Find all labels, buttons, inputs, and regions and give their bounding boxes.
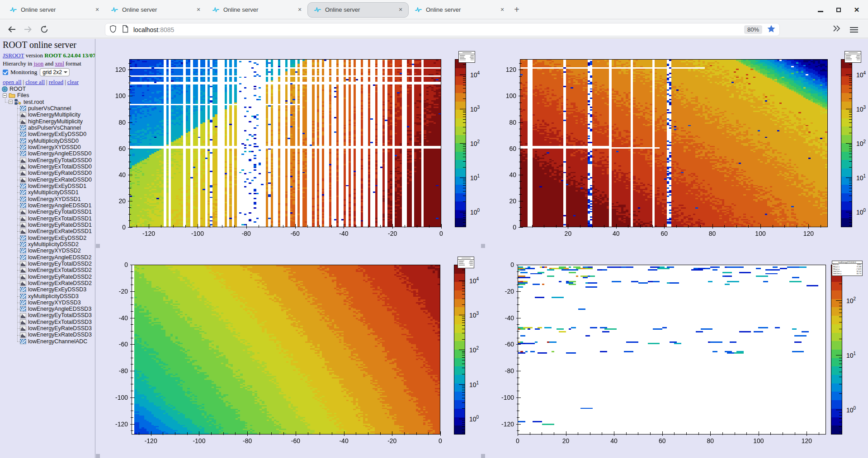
tree-item-files[interactable]: Files: [0, 92, 95, 98]
heatmap-canvas[interactable]: [520, 60, 827, 227]
tree-item-histogram[interactable]: absPulserVsChannel: [0, 125, 95, 131]
heatmap-canvas[interactable]: [130, 60, 441, 227]
tree-item-histogram[interactable]: lowEnergyExEyDSSD1: [0, 183, 95, 189]
tree-item-histogram[interactable]: lowEnergyMultiplicity: [0, 112, 95, 118]
tree-item-histogram[interactable]: lowEnergyExEyDSSD2: [0, 235, 95, 241]
new-tab-button[interactable]: +: [510, 3, 524, 17]
plot-frame[interactable]: [518, 265, 826, 435]
tree-item-root[interactable]: ROOT: [0, 86, 95, 92]
tree-item-histogram[interactable]: lowEnergyExTotalDSSD1: [0, 215, 95, 222]
maximize-icon[interactable]: [833, 4, 844, 16]
extensions-overflow-icon[interactable]: [832, 25, 841, 34]
tree-item-histogram[interactable]: lowEnergyEyRateDSSD1: [0, 222, 95, 228]
tree-item-histogram[interactable]: lowEnergyEyTotalDSSD3: [0, 312, 95, 318]
browser-tab[interactable]: Online server✕: [105, 2, 206, 18]
browser-tab[interactable]: Online server✕: [4, 2, 105, 18]
menu-icon[interactable]: [850, 26, 858, 34]
tree-item-histogram[interactable]: lowEnergyExRateDSSD1: [0, 228, 95, 234]
tree-item-histogram[interactable]: lowEnergyAngleEDSSD2: [0, 254, 95, 261]
collapse-icon[interactable]: [3, 93, 7, 98]
tree-item-histogram[interactable]: xyMultiplicityDSSD1: [0, 189, 95, 196]
th2-icon: [20, 306, 26, 312]
tree-item-histogram[interactable]: lowEnergyXYDSSD2: [0, 248, 95, 254]
jsroot-link[interactable]: JSROOT: [3, 52, 24, 59]
tree-item-histogram[interactable]: lowEnergyExTotalDSSD0: [0, 164, 95, 170]
palette-minor-tick: [462, 368, 465, 368]
tree-item-histogram[interactable]: lowEnergyEyTotalDSSD1: [0, 209, 95, 215]
palette-label-base: 10: [469, 346, 476, 354]
browser-tab[interactable]: Online server✕: [206, 2, 307, 18]
tree-item-histogram[interactable]: xyMultiplicityDSSD2: [0, 241, 95, 248]
tree-item-histogram[interactable]: lowEnergyExRateDSSD0: [0, 177, 95, 183]
grid-resize-handle[interactable]: [96, 244, 100, 248]
tree-item-histogram[interactable]: lowEnergyExRateDSSD2: [0, 280, 95, 286]
stats-box[interactable]: [458, 51, 475, 63]
grid-resize-handle[interactable]: [481, 454, 485, 458]
grid-select[interactable]: grid 2x2: [40, 68, 70, 76]
palette-minor-tick: [839, 418, 842, 419]
tab-close-icon[interactable]: ✕: [93, 7, 101, 13]
tree-item-histogram[interactable]: xyMultiplicityDSSD0: [0, 138, 95, 144]
tree-item-histogram[interactable]: lowEnergyExEyDSSD0: [0, 131, 95, 137]
tree-item-histogram[interactable]: pulserVsChannel: [0, 105, 95, 112]
x-minor-tick: [795, 432, 795, 435]
tree-item-histogram[interactable]: lowEnergyEyRateDSSD2: [0, 274, 95, 280]
tree-item-histogram[interactable]: highEnergyMultiplicity: [0, 118, 95, 125]
back-icon[interactable]: [6, 24, 17, 35]
forward-icon[interactable]: [23, 24, 33, 35]
tree-item-histogram[interactable]: lowEnergyXYDSSD3: [0, 299, 95, 306]
tree-item-histogram[interactable]: lowEnergyExEyDSSD3: [0, 286, 95, 293]
tree-item-histogram[interactable]: lowEnergyAngleEDSSD3: [0, 306, 95, 312]
close-icon[interactable]: ✕: [851, 4, 863, 16]
tree-item-histogram[interactable]: lowEnergyExTotalDSSD2: [0, 267, 95, 273]
reload-icon[interactable]: [39, 24, 50, 35]
tree-item-histogram[interactable]: lowEnergyExRateDSSD3: [0, 332, 95, 338]
xml-link[interactable]: xml: [55, 60, 64, 67]
collapse-icon[interactable]: [9, 100, 13, 104]
json-link[interactable]: json: [34, 60, 44, 67]
plot-frame[interactable]: [132, 265, 440, 435]
tree-item-file[interactable]: test.root: [0, 99, 95, 105]
tab-close-icon[interactable]: ✕: [396, 7, 405, 13]
reload-link[interactable]: reload: [49, 79, 63, 85]
tab-close-icon[interactable]: ✕: [296, 7, 304, 13]
url-text[interactable]: localhost:8085: [133, 26, 744, 33]
tab-close-icon[interactable]: ✕: [498, 7, 506, 13]
tree-item-histogram[interactable]: lowEnergyXYDSSD0: [0, 144, 95, 150]
clear-link[interactable]: clear: [67, 79, 79, 85]
open-all-link[interactable]: open all: [3, 79, 22, 85]
tree-item-histogram[interactable]: lowEnergyChannelADC: [0, 338, 95, 345]
monitoring-checkbox[interactable]: [3, 70, 8, 75]
y-minor-tick: [519, 162, 522, 162]
tree-item-histogram[interactable]: lowEnergyEyRateDSSD0: [0, 170, 95, 176]
tree-item-histogram[interactable]: lowEnergyEyRateDSSD3: [0, 325, 95, 332]
close-all-link[interactable]: close all: [25, 79, 45, 85]
tree-item-histogram[interactable]: lowEnergyAngleEDSSD0: [0, 150, 95, 157]
color-palette-bar[interactable]: [831, 265, 842, 435]
heatmap-canvas[interactable]: [132, 265, 440, 434]
stats-box[interactable]: [458, 257, 474, 268]
plot-frame[interactable]: [129, 59, 441, 227]
tree-item-histogram[interactable]: lowEnergyXYDSSD1: [0, 196, 95, 202]
shield-icon[interactable]: [109, 25, 117, 35]
tree-item-histogram[interactable]: lowEnergyAngleEDSSD1: [0, 202, 95, 209]
tree-item-histogram[interactable]: xyMultiplicityDSSD3: [0, 293, 95, 299]
bookmark-star-icon[interactable]: [767, 24, 776, 35]
browser-tab[interactable]: Online server✕: [307, 2, 409, 18]
plot-frame[interactable]: [520, 59, 828, 227]
tab-close-icon[interactable]: ✕: [194, 7, 203, 13]
tree-item-histogram[interactable]: lowEnergyEyTotalDSSD0: [0, 157, 95, 164]
url-bar[interactable]: localhost:8085 80%: [105, 23, 780, 36]
stats-box[interactable]: lowEnergyXYDSSD3Entries3090Mean x71.88Me…: [832, 261, 863, 276]
browser-tab[interactable]: Online server✕: [409, 2, 510, 18]
minimize-icon[interactable]: [815, 4, 826, 16]
heatmap-canvas[interactable]: [518, 265, 826, 434]
grid-resize-handle[interactable]: [481, 244, 485, 248]
x-minor-tick: [783, 432, 783, 435]
grid-resize-handle[interactable]: [96, 454, 100, 458]
tree-item-histogram[interactable]: lowEnergyEyTotalDSSD2: [0, 261, 95, 267]
zoom-badge[interactable]: 80%: [744, 25, 762, 34]
tree-item-histogram[interactable]: lowEnergyExTotalDSSD3: [0, 319, 95, 325]
palette-minor-tick: [463, 220, 466, 220]
stats-box[interactable]: [844, 51, 861, 63]
